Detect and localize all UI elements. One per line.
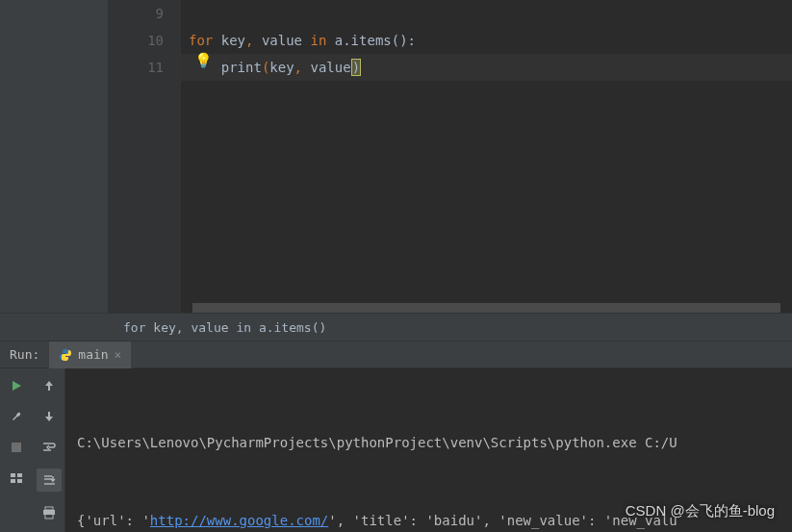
gutter[interactable]: 9 10 11 xyxy=(109,0,181,313)
line-number: 11 xyxy=(109,54,164,81)
code-line[interactable] xyxy=(181,0,792,27)
editor-area: 9 10 11 for key, value in a.items(): pri… xyxy=(0,0,792,313)
svg-rect-3 xyxy=(17,473,22,477)
down-arrow-icon[interactable] xyxy=(39,407,59,426)
svg-marker-0 xyxy=(13,381,21,391)
print-icon[interactable] xyxy=(39,503,59,522)
svg-rect-8 xyxy=(45,507,53,510)
scroll-to-end-icon[interactable] xyxy=(37,469,62,492)
run-tab[interactable]: main × xyxy=(49,342,131,368)
svg-rect-4 xyxy=(11,479,15,483)
rerun-icon[interactable] xyxy=(7,376,26,395)
line-number: 9 xyxy=(109,0,164,27)
stop-icon[interactable] xyxy=(7,438,26,457)
svg-rect-1 xyxy=(12,443,21,452)
code-line-current[interactable]: print(key, value) xyxy=(181,54,792,81)
python-file-icon xyxy=(59,348,72,362)
code-line[interactable]: for key, value in a.items(): xyxy=(181,27,792,54)
watermark: CSDN @会飞的鱼-blog xyxy=(626,502,775,520)
close-icon[interactable]: × xyxy=(115,348,121,362)
breadcrumb[interactable]: for key, value in a.items() xyxy=(0,313,792,342)
svg-rect-5 xyxy=(17,479,22,483)
horizontal-scrollbar[interactable] xyxy=(192,303,780,313)
console-actions-toolbar xyxy=(33,368,65,532)
console-line: C:\Users\Lenovo\PycharmProjects\pythonPr… xyxy=(77,430,780,456)
up-arrow-icon[interactable] xyxy=(39,376,59,395)
project-panel-collapsed xyxy=(0,0,109,313)
soft-wrap-icon[interactable] xyxy=(39,438,59,457)
layout-icon[interactable] xyxy=(7,469,26,488)
run-tool-header: Run: main × xyxy=(0,342,792,368)
run-label: Run: xyxy=(0,347,49,362)
code-editor[interactable]: for key, value in a.items(): print(key, … xyxy=(181,0,792,313)
intention-bulb-icon[interactable]: 💡 xyxy=(194,52,213,69)
run-tab-name: main xyxy=(78,347,108,362)
wrench-icon[interactable] xyxy=(7,407,26,426)
console-link[interactable]: http://www.google.com/ xyxy=(150,513,328,528)
run-actions-toolbar xyxy=(0,368,33,532)
line-number: 10 xyxy=(109,27,164,54)
svg-rect-2 xyxy=(11,473,15,477)
